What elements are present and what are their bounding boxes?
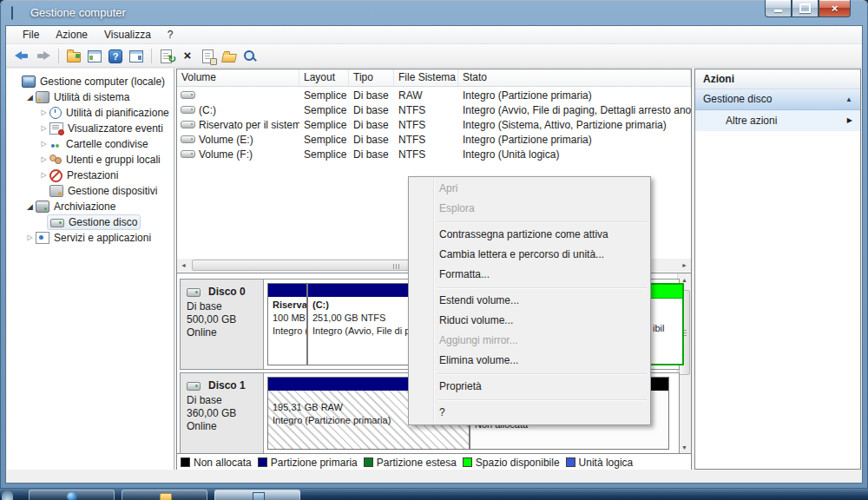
disk-label-disco-1[interactable]: Disco 1Di base360,00 GBOnline bbox=[181, 373, 264, 453]
sidebar-item-utilit-di-sistema[interactable]: ◢Utilità di sistema bbox=[7, 89, 174, 105]
volume-icon bbox=[181, 150, 195, 158]
volume-layout: Semplice bbox=[299, 104, 349, 116]
collapsed-arrow-icon[interactable]: ▷ bbox=[38, 105, 49, 121]
help-icon[interactable] bbox=[108, 49, 123, 63]
volume-status: Integro (Sistema, Attivo, Partizione pri… bbox=[458, 119, 691, 131]
properties-icon[interactable] bbox=[201, 49, 216, 63]
scroll-left-button[interactable]: ◄ bbox=[177, 259, 190, 272]
sidebar-item-cartelle-condivise[interactable]: ▷Cartelle condivise bbox=[7, 136, 174, 152]
context-menu-item-elimina-volume[interactable]: Elimina volume... bbox=[411, 351, 648, 371]
forward-icon[interactable] bbox=[36, 49, 51, 63]
partition-primary[interactable]: Riservato100 MB NTIntegro (S bbox=[267, 283, 307, 365]
volume-list-header: VolumeLayoutTipoFile SistemaStato bbox=[177, 69, 691, 87]
sidebar-item-gestione-computer-locale[interactable]: Gestione computer (locale) bbox=[7, 74, 174, 89]
volume-name: Riservato per il sistema bbox=[199, 119, 299, 131]
context-menu-item-cambia-lettera-e-percorso-di-unit[interactable]: Cambia lettera e percorso di unità... bbox=[411, 245, 648, 265]
scroll-down-button[interactable]: ▼ bbox=[678, 441, 691, 454]
taskbar-button-computer[interactable] bbox=[214, 490, 300, 500]
disk-icon bbox=[50, 219, 64, 227]
more-actions-label: Altre azioni bbox=[726, 110, 777, 131]
minimize-button[interactable] bbox=[765, 0, 792, 17]
menu-file[interactable]: File bbox=[15, 27, 48, 43]
tree-item-label: Gestione computer (locale) bbox=[40, 76, 165, 88]
menu-azione[interactable]: Azione bbox=[48, 27, 96, 43]
column-header-layout[interactable]: Layout bbox=[299, 69, 349, 86]
events-icon bbox=[49, 122, 63, 135]
collapsed-arrow-icon[interactable]: ▷ bbox=[38, 121, 49, 136]
context-menu-item-propriet[interactable]: Proprietà bbox=[411, 377, 648, 397]
legend-label: Spazio disponibile bbox=[476, 457, 560, 469]
context-menu-item-formatta[interactable]: Formatta... bbox=[411, 265, 648, 285]
window-icon bbox=[11, 6, 13, 20]
actions-item-more-actions[interactable]: Altre azioni ▶ bbox=[695, 110, 860, 131]
legend-item-non-allocata: Non allocata bbox=[181, 457, 252, 469]
volume-type: Di base bbox=[349, 104, 394, 116]
column-header-stato[interactable]: Stato bbox=[458, 69, 691, 86]
scroll-right-button[interactable]: ► bbox=[678, 259, 691, 272]
volume-filesystem: NTFS bbox=[394, 134, 458, 146]
legend-label: Partizione estesa bbox=[377, 457, 457, 469]
context-menu: ApriEsploraContrassegna partizione come … bbox=[408, 176, 651, 425]
start-button[interactable] bbox=[2, 490, 13, 500]
context-menu-item-esplora: Esplora bbox=[411, 199, 648, 219]
legend-color-swatch bbox=[364, 457, 373, 467]
menu-visualizza[interactable]: Visualizza bbox=[96, 27, 160, 43]
legend-item-partizione-estesa: Partizione estesa bbox=[364, 457, 457, 469]
volume-row[interactable]: Volume (E:)SempliceDi baseNTFSIntegro (P… bbox=[177, 132, 691, 147]
console-folder-icon[interactable] bbox=[66, 49, 82, 63]
volume-type: Di base bbox=[349, 89, 394, 102]
sidebar-item-archiviazione[interactable]: ◢Archiviazione bbox=[7, 199, 174, 214]
menu-help[interactable]: ? bbox=[160, 27, 182, 43]
back-icon[interactable] bbox=[15, 49, 30, 63]
collapsed-arrow-icon[interactable]: ▷ bbox=[38, 136, 49, 152]
manage-computer-icon[interactable] bbox=[263, 49, 279, 63]
close-button[interactable]: × bbox=[819, 0, 851, 17]
collapsed-arrow-icon[interactable]: ▷ bbox=[38, 152, 49, 168]
sidebar-item-utenti-e-gruppi-locali[interactable]: ▷Utenti e gruppi locali bbox=[7, 152, 174, 168]
partition-free[interactable]: ibil bbox=[647, 283, 684, 365]
taskbar-button-browser[interactable] bbox=[29, 490, 115, 500]
sidebar-item-visualizzatore-eventi[interactable]: ▷Visualizzatore eventi bbox=[7, 121, 174, 136]
refresh-icon[interactable]: ↻ bbox=[159, 49, 174, 63]
sidebar-item-gestione-disco[interactable]: Gestione disco bbox=[7, 214, 174, 230]
volume-row[interactable]: (C:)SempliceDi baseNTFSIntegro (Avvio, F… bbox=[177, 102, 691, 117]
open-icon[interactable] bbox=[221, 49, 237, 63]
tree-item-label: Servizi e applicazioni bbox=[54, 232, 151, 244]
search-icon[interactable] bbox=[242, 49, 258, 63]
column-header-file-sistema[interactable]: File Sistema bbox=[394, 69, 458, 86]
context-menu-item-riduci-volume[interactable]: Riduci volume... bbox=[411, 311, 648, 331]
expanded-arrow-icon[interactable]: ◢ bbox=[24, 199, 36, 214]
volume-row[interactable]: Riservato per il sistemaSempliceDi baseN… bbox=[177, 117, 691, 132]
sidebar-item-prestazioni[interactable]: ▷Prestazioni bbox=[7, 168, 174, 183]
actions-pane-title: Azioni bbox=[695, 69, 860, 89]
collapsed-arrow-icon[interactable]: ▷ bbox=[38, 168, 49, 183]
partition-text: Integro (S bbox=[273, 325, 306, 338]
disk-name: Disco 0 bbox=[208, 286, 246, 298]
disk-size: 500,00 GB bbox=[187, 313, 263, 326]
sidebar-item-gestione-dispositivi[interactable]: Gestione dispositivi bbox=[7, 183, 174, 199]
sidebar-item-utilit-di-pianificazione[interactable]: ▷Utilità di pianificazione bbox=[7, 105, 174, 121]
collapsed-arrow-icon[interactable]: ▷ bbox=[24, 230, 36, 246]
maximize-button[interactable] bbox=[792, 0, 819, 17]
context-menu-item-help[interactable]: ? bbox=[411, 403, 648, 423]
expanded-arrow-icon[interactable]: ◢ bbox=[24, 89, 36, 105]
performance-icon bbox=[49, 169, 62, 182]
sidebar-item-servizi-e-applicazioni[interactable]: ▷Servizi e applicazioni bbox=[7, 230, 174, 246]
column-header-tipo[interactable]: Tipo bbox=[349, 69, 394, 86]
volume-row[interactable]: SempliceDi baseRAWIntegro (Partizione pr… bbox=[177, 88, 691, 102]
delete-icon[interactable]: × bbox=[180, 49, 195, 63]
context-menu-item-contrassegna-partizione-come-attiva[interactable]: Contrassegna partizione come attiva bbox=[411, 225, 648, 245]
taskbar-button-folder[interactable] bbox=[122, 490, 207, 500]
show-console-tree-icon[interactable] bbox=[87, 49, 102, 63]
column-header-volume[interactable]: Volume bbox=[177, 69, 299, 86]
context-menu-item-estendi-volume[interactable]: Estendi volume... bbox=[411, 291, 648, 311]
title-bar[interactable]: Gestione computer × bbox=[0, 0, 868, 26]
status-bar bbox=[6, 470, 862, 483]
volume-row[interactable]: Volume (F:)SempliceDi baseNTFSIntegro (U… bbox=[177, 147, 691, 161]
partition-text: 100 MB NT bbox=[273, 312, 306, 325]
disk-label-disco-0[interactable]: Disco 0Di base500,00 GBOnline bbox=[181, 280, 264, 369]
actions-group-disk-management[interactable]: Gestione disco ▲ bbox=[695, 89, 860, 110]
computer-icon bbox=[253, 492, 265, 500]
show-action-pane-icon[interactable] bbox=[128, 49, 144, 63]
partition-text: Riservato bbox=[273, 299, 306, 312]
